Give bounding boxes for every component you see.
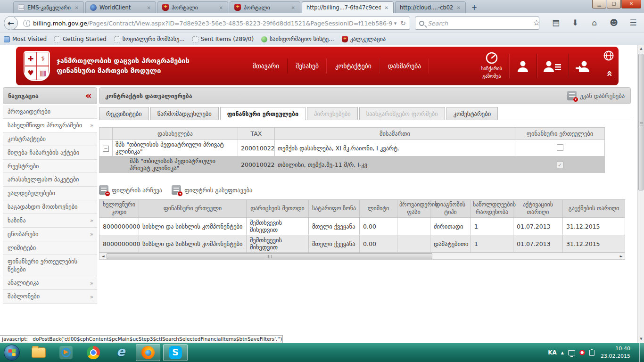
browser-tab-4[interactable]: http://billing...7-6fa47c9ced92✕ xyxy=(302,1,394,13)
sidebar-item-4[interactable]: რეესტრები xyxy=(3,160,97,173)
language-indicator[interactable]: KA xyxy=(548,349,557,356)
table-row: −შპს "თბილისის პედიატრიული პრივატ კლინიკ… xyxy=(99,140,605,156)
scroll-down-arrow[interactable]: ▼ xyxy=(638,336,644,343)
contacts-button[interactable] xyxy=(544,59,561,73)
taskbar-app-ie[interactable] xyxy=(108,344,133,361)
new-tab-button[interactable]: + xyxy=(468,2,480,13)
taskbar-app-wmp[interactable] xyxy=(54,344,78,361)
tab-close-icon[interactable]: ✕ xyxy=(74,5,80,10)
horizontal-scrollbar-thumb[interactable] xyxy=(107,253,432,259)
chat-icon[interactable]: ☻ xyxy=(608,16,620,29)
menu-icon[interactable]: ☰ xyxy=(627,16,639,29)
tab-close-icon[interactable]: ✕ xyxy=(218,5,224,10)
site-nav-item-1[interactable]: შესახებ xyxy=(287,58,327,74)
bookmark-item-2[interactable]: სოციალური მომსახუ... xyxy=(114,36,185,42)
site-identity-globe-icon[interactable] xyxy=(23,20,30,27)
sidebar-item-7[interactable]: საგადახდო მოთხოვნები xyxy=(3,200,97,214)
sidebar-item-0[interactable]: პროვაიდერები xyxy=(3,105,97,119)
clock-date: 23.02.2015 xyxy=(601,353,630,361)
start-button[interactable] xyxy=(4,345,20,361)
site-nav-item-2[interactable]: კონტაქტები xyxy=(327,58,380,74)
sidebar-item-1[interactable]: სახელმწიფო პროგრამები» xyxy=(3,119,97,132)
org-header-0: დასახელება xyxy=(113,128,238,140)
vertical-scrollbar-thumb[interactable] xyxy=(638,54,644,190)
maximize-button[interactable]: ▢ xyxy=(607,0,621,8)
sidebar-item-6[interactable]: ვალდებულებები xyxy=(3,187,97,200)
taskbar-clock[interactable]: 10:40 23.02.2015 xyxy=(601,345,630,361)
bookmark-item-3[interactable]: Sent Items (289/0) xyxy=(192,36,254,42)
browser-tab-2[interactable]: პორტალი✕ xyxy=(157,1,228,13)
close-button[interactable]: ✕ xyxy=(621,0,641,8)
browser-tab-1[interactable]: WorldClient✕ xyxy=(85,1,156,13)
site-nav-item-0[interactable]: მთავარი xyxy=(245,58,287,74)
language-globe-button[interactable] xyxy=(603,50,614,63)
logout-button[interactable] xyxy=(575,59,591,73)
filter-button-label: ფილტრის გასუფთავება xyxy=(184,187,252,194)
horizontal-scrollbar[interactable]: ◄ ► xyxy=(99,253,625,260)
sidebar-item-5[interactable]: არასახელფასო პაკეტები xyxy=(3,173,97,187)
show-desktop-button[interactable] xyxy=(639,343,644,362)
back-button[interactable]: ← xyxy=(4,16,18,30)
home-icon[interactable]: ⌂ xyxy=(588,16,601,29)
tab-close-icon[interactable]: ✕ xyxy=(290,5,296,10)
financial-unit-checkbox[interactable]: ✓ xyxy=(557,162,563,168)
bookmark-item-5[interactable]: კალკულაცია xyxy=(342,36,386,42)
scroll-left-arrow[interactable]: ◄ xyxy=(99,253,107,259)
network-icon[interactable] xyxy=(568,350,575,355)
hidden-icons-arrow[interactable]: ▲ xyxy=(561,351,564,355)
sidebar-item-9[interactable]: ცნობარები» xyxy=(3,228,97,241)
url-dropdown-icon[interactable]: ▾ xyxy=(392,20,399,26)
scroll-right-arrow[interactable]: ► xyxy=(618,253,625,259)
tab-წარმომადგენლები[interactable]: წარმომადგენლები xyxy=(150,107,219,120)
logo-cross-icon: ✚ xyxy=(25,52,37,66)
sidebar-item-3[interactable]: მიღება-ჩაბარების აქტები xyxy=(3,146,97,160)
fin-cell-1: სისხლი და სისხლის კომპონენტები xyxy=(139,218,247,235)
scroll-top-button[interactable]: » xyxy=(603,71,615,77)
bookmark-item-4[interactable]: საინფორმაციო სისტე... xyxy=(261,36,334,42)
tab-ფინანსური ერთეულები[interactable]: ფინანსური ერთეულები xyxy=(220,107,305,120)
notification-icon[interactable]: ● xyxy=(579,350,585,355)
sidebar-item-2[interactable]: კონტრაქტები xyxy=(3,132,97,146)
url-bar[interactable]: billing.moh.gov.ge/Pages/Contract/View.a… xyxy=(11,16,410,30)
sidebar-list: პროვაიდერებისახელმწიფო პროგრამები»კონტრა… xyxy=(3,105,97,304)
minimize-button[interactable]: ▁ xyxy=(592,0,606,8)
sidebar-collapse-icon[interactable]: « xyxy=(85,91,92,100)
taskbar-app-skype[interactable]: S xyxy=(163,344,188,361)
bookmark-star-icon[interactable]: ☆ xyxy=(530,16,543,29)
vertical-scrollbar[interactable]: ▲ ▼ xyxy=(637,45,644,343)
tab-close-icon[interactable]: ✕ xyxy=(146,5,152,10)
sidebar-item-8[interactable]: ხაზინა» xyxy=(3,214,97,228)
sidebar-item-13[interactable]: შაბლონები» xyxy=(3,290,97,304)
sidebar-item-10[interactable]: ლიმიტები xyxy=(3,241,97,255)
return-back-button[interactable]: ▾ უკან დაბრუნება xyxy=(567,91,625,100)
bookmark-item-0[interactable]: Most Visited xyxy=(4,36,47,42)
bookmarks-menu-icon[interactable]: ▤ xyxy=(550,16,562,29)
browser-tab-5[interactable]: http://cloud....-cb02ebf31f7c✕ xyxy=(395,1,466,13)
tab-რეკვიზიტები[interactable]: რეკვიზიტები xyxy=(99,107,149,120)
windows-logo-icon xyxy=(8,349,16,356)
reload-icon[interactable]: ↻ xyxy=(398,19,408,27)
action-center-icon[interactable] xyxy=(589,350,594,356)
bookmark-item-1[interactable]: Getting Started xyxy=(54,36,107,42)
collapse-icon[interactable]: − xyxy=(103,146,109,152)
tab-close-icon[interactable]: ✕ xyxy=(456,5,462,10)
fin-header-9: გაუქმების თარიღი xyxy=(563,200,625,218)
financial-unit-checkbox[interactable] xyxy=(557,144,563,151)
search-box[interactable]: Search xyxy=(415,16,539,30)
clear-filter-button[interactable]: ◂ფილტრის გასუფთავება xyxy=(172,185,252,195)
tab-close-icon[interactable]: ✕ xyxy=(384,5,389,10)
browser-tab-3[interactable]: პორტალი✕ xyxy=(230,1,300,13)
downloads-icon[interactable]: ⬇ xyxy=(569,16,581,29)
profile-button[interactable] xyxy=(516,59,530,73)
taskbar-app-explorer[interactable] xyxy=(26,344,51,361)
scroll-up-arrow[interactable]: ▲ xyxy=(638,45,644,52)
sidebar-item-12[interactable]: ანალიტიკა» xyxy=(3,276,97,290)
tab-კომენტარები[interactable]: კომენტარები xyxy=(446,107,498,120)
site-nav-item-3[interactable]: დახმარება xyxy=(380,58,429,74)
select-filter-button[interactable]: −ფილტრის არჩევა xyxy=(99,185,162,195)
taskbar-app-firefox[interactable] xyxy=(136,344,160,361)
browser-tab-0[interactable]: EMS-კანცელარია✕ xyxy=(13,1,84,13)
sidebar-item-11[interactable]: ფინანსური ერთეულების წესები xyxy=(3,255,97,277)
taskbar-app-chrome[interactable] xyxy=(81,344,106,361)
speed-test-button[interactable]: სიჩქარის გაზომვა xyxy=(481,52,502,80)
